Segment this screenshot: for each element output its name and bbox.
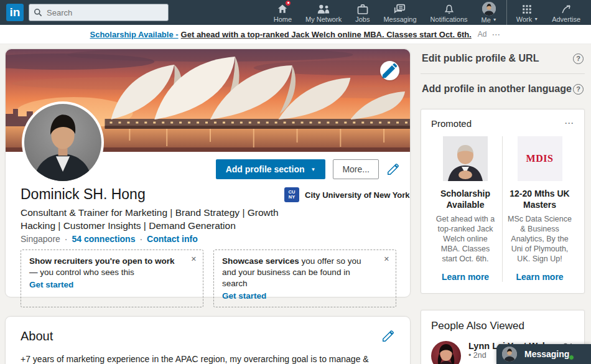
nav-advertise[interactable]: Advertise <box>545 0 587 25</box>
nav-me[interactable]: Me▼ <box>475 0 504 25</box>
ad-photo[interactable] <box>443 136 488 181</box>
ad-label: Ad <box>478 30 487 39</box>
messaging-avatar <box>502 347 517 362</box>
ad-title[interactable]: 12-20 Mths UK Masters <box>508 188 572 210</box>
close-icon[interactable]: ✕ <box>191 255 197 263</box>
nav-work[interactable]: Work▼ <box>510 0 545 25</box>
search-icon <box>33 7 43 17</box>
connections-link[interactable]: 54 connections <box>72 234 136 244</box>
chevron-down-icon: ▼ <box>493 17 497 22</box>
people-also-viewed-title: People Also Viewed <box>431 320 574 332</box>
promoted-ad-mdis: MDIS 12-20 Mths UK Masters MSc Data Scie… <box>503 136 577 282</box>
edit-public-profile-link[interactable]: Edit public profile & URL ? <box>421 49 585 68</box>
help-icon[interactable]: ? <box>573 84 584 95</box>
banner-menu-icon[interactable]: ⋯ <box>491 29 501 39</box>
learn-more-link[interactable]: Learn more <box>508 272 572 282</box>
add-profile-language-link[interactable]: Add profile in another language ? <box>421 79 585 99</box>
promoted-ads: Scholarship Available Get ahead with a t… <box>429 136 577 282</box>
jack-welch-photo <box>443 136 488 181</box>
top-navigation-bar: in Home My Network <box>0 0 591 25</box>
nav-my-network[interactable]: My Network <box>299 0 348 25</box>
person-avatar[interactable] <box>431 341 461 364</box>
nav-notifications-label: Notifications <box>430 16 468 23</box>
meta-separator: · <box>65 234 68 244</box>
profile-headline: Consultant & Trainer for Marketing | Bra… <box>21 206 307 232</box>
about-text: +7 years of marketing experience in the … <box>21 353 395 364</box>
promoted-menu-icon[interactable]: ⋯ <box>564 118 574 129</box>
nav-me-label: Me▼ <box>482 16 497 24</box>
profile-photo-image <box>24 104 101 181</box>
messaging-label: Messaging <box>524 349 569 359</box>
profile-photo[interactable] <box>22 101 104 184</box>
chevron-down-icon: ▼ <box>311 167 316 172</box>
ad-description: Get ahead with a top-ranked Jack Welch o… <box>434 214 497 264</box>
jobs-icon <box>356 2 370 15</box>
profile-edit-pencil-icon[interactable] <box>386 162 400 176</box>
nav-jobs[interactable]: Jobs <box>348 0 376 25</box>
sidebar-divider <box>421 73 585 74</box>
nav-home[interactable]: Home <box>267 0 299 25</box>
promoted-ad-scholarship: Scholarship Available Get ahead with a t… <box>429 136 503 282</box>
nav-jobs-label: Jobs <box>355 16 370 23</box>
home-icon <box>276 2 289 15</box>
ad-description: MSc Data Science & Business Analytics, B… <box>508 214 572 264</box>
showcase-services-get-started-link[interactable]: Get started <box>222 291 388 301</box>
help-icon[interactable]: ? <box>573 54 584 64</box>
ad-title[interactable]: Scholarship Available <box>434 188 497 210</box>
messaging-icon <box>393 2 407 15</box>
nav-items: Home My Network Jobs Messaging <box>267 0 587 25</box>
close-icon[interactable]: ✕ <box>384 255 389 263</box>
notifications-icon <box>442 2 456 15</box>
showcase-services-prompt: ✕ Showcase services you offer so you and… <box>213 250 396 307</box>
about-section: About +7 years of marketing experience i… <box>5 316 411 364</box>
nav-advertise-label: Advertise <box>552 16 580 23</box>
cover-edit-button[interactable] <box>380 61 399 80</box>
promoted-header: Promoted ⋯ <box>429 118 577 129</box>
about-edit-pencil-icon[interactable] <box>381 329 395 343</box>
advertise-icon <box>559 2 573 15</box>
linkedin-profile-page: in Home My Network <box>0 0 591 364</box>
search-box <box>29 4 169 21</box>
linkedin-logo[interactable]: in <box>6 4 24 21</box>
pencil-icon <box>380 61 399 80</box>
nav-messaging[interactable]: Messaging <box>376 0 423 25</box>
messaging-dock[interactable]: Messaging <box>496 344 591 364</box>
profile-name: Dominick SH. Hong <box>21 186 146 203</box>
about-title: About <box>21 329 53 343</box>
open-to-work-prompt: ✕ Show recruiters you're open to work — … <box>21 250 203 307</box>
about-header: About <box>21 329 395 343</box>
my-network-icon <box>317 2 330 15</box>
lynn-photo <box>431 341 461 364</box>
promoted-title: Promoted <box>431 118 472 129</box>
profile-prompts: ✕ Show recruiters you're open to work — … <box>21 250 396 307</box>
mdis-logo[interactable]: MDIS <box>518 136 562 181</box>
showcase-services-text: Showcase services you offer so you and y… <box>222 256 388 289</box>
home-notification-badge <box>285 0 291 6</box>
learn-more-link[interactable]: Learn more <box>434 272 497 282</box>
banner-ad-message[interactable]: Get ahead with a top-ranked Jack Welch o… <box>181 30 472 39</box>
chevron-down-icon: ▼ <box>534 17 538 21</box>
search-input[interactable] <box>29 4 169 21</box>
nav-work-label: Work▼ <box>516 16 538 23</box>
education-name: City University of New York <box>305 190 410 200</box>
profile-card: Add profile section▼ More... Dominick SH… <box>5 49 411 297</box>
online-status-dot <box>569 355 574 360</box>
me-avatar <box>482 2 496 16</box>
open-to-work-text: Show recruiters you're open to work — yo… <box>29 256 195 278</box>
nav-my-network-label: My Network <box>305 16 342 23</box>
nav-home-label: Home <box>274 16 292 23</box>
banner-ad: Scholarship Available - Get ahead with a… <box>0 25 591 44</box>
more-button[interactable]: More... <box>333 159 379 179</box>
meta-separator: · <box>139 234 142 244</box>
nav-messaging-label: Messaging <box>383 16 416 23</box>
open-to-work-get-started-link[interactable]: Get started <box>29 280 195 289</box>
education-entry[interactable]: CUNY City University of New York <box>284 187 410 202</box>
banner-ad-link[interactable]: Scholarship Available - <box>90 30 179 39</box>
nav-divider <box>506 0 507 25</box>
profile-location: Singapore <box>21 234 60 244</box>
add-profile-section-button[interactable]: Add profile section▼ <box>216 159 326 179</box>
work-icon <box>520 2 534 15</box>
contact-info-link[interactable]: Contact info <box>147 234 198 244</box>
right-sidebar: Edit public profile & URL ? Add profile … <box>421 49 585 364</box>
nav-notifications[interactable]: Notifications <box>424 0 475 25</box>
